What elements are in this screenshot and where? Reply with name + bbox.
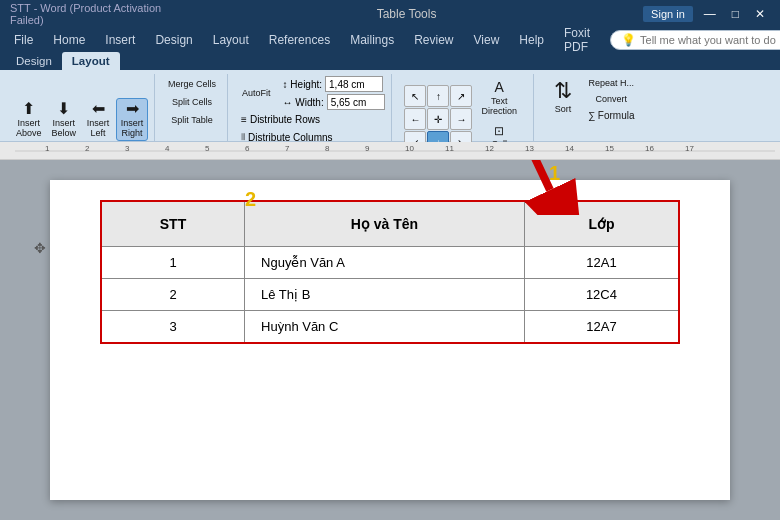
menu-references[interactable]: References bbox=[261, 31, 338, 49]
menu-file[interactable]: File bbox=[6, 31, 41, 49]
split-cells-button[interactable]: Split Cells bbox=[163, 94, 221, 110]
merge-cells-button[interactable]: Merge Cells bbox=[163, 76, 221, 92]
sort-button[interactable]: ⇅ Sort bbox=[544, 76, 582, 118]
insert-below-button[interactable]: ⬇ InsertBelow bbox=[48, 98, 81, 141]
text-direction-label: TextDirection bbox=[481, 96, 517, 116]
title-bar-center: Table Tools bbox=[170, 7, 643, 21]
height-label: ↕ Height: bbox=[283, 79, 322, 90]
width-label: ↔ Width: bbox=[283, 97, 324, 108]
doc-area: ✥ 1 2 STT Họ và Tên Lớp bbox=[0, 160, 780, 520]
ruler-number: 9 bbox=[365, 144, 369, 153]
cell-1-1: Lê Thị B bbox=[245, 279, 525, 311]
cell-1-2: 12C4 bbox=[524, 279, 679, 311]
menu-mailings[interactable]: Mailings bbox=[342, 31, 402, 49]
menu-help[interactable]: Help bbox=[511, 31, 552, 49]
merge-cells-label: Merge Cells bbox=[168, 79, 216, 89]
title-bar-right: Sign in — □ ✕ bbox=[643, 6, 770, 22]
title-bar-left: STT - Word (Product Activation Failed) bbox=[10, 2, 170, 26]
ruler-number: 5 bbox=[205, 144, 209, 153]
menu-bar: File Home Insert Design Layout Reference… bbox=[0, 28, 780, 52]
sort-icon: ⇅ bbox=[554, 80, 572, 102]
ruler-number: 11 bbox=[445, 144, 454, 153]
width-row: ↔ Width: bbox=[283, 94, 385, 110]
ruler-number: 17 bbox=[685, 144, 694, 153]
align-top-center[interactable]: ↑ bbox=[427, 85, 449, 107]
cell-2-1: Huỳnh Văn C bbox=[245, 311, 525, 344]
ruler-number: 2 bbox=[85, 144, 89, 153]
insert-above-icon: ⬆ bbox=[22, 101, 35, 117]
menu-view[interactable]: View bbox=[466, 31, 508, 49]
sign-in-button[interactable]: Sign in bbox=[643, 6, 693, 22]
header-hoten: Họ và Tên bbox=[245, 201, 525, 247]
convert-button[interactable]: Convert bbox=[585, 92, 638, 106]
insert-right-icon: ➡ bbox=[126, 101, 139, 117]
move-handle[interactable]: ✥ bbox=[34, 240, 46, 256]
window-maximize[interactable]: □ bbox=[727, 7, 744, 21]
menu-insert[interactable]: Insert bbox=[97, 31, 143, 49]
menu-layout[interactable]: Layout bbox=[205, 31, 257, 49]
repeat-header-button[interactable]: Repeat H... bbox=[585, 76, 638, 90]
header-lop: Lớp bbox=[524, 201, 679, 247]
distribute-rows-button[interactable]: ≡ Distribute Rows bbox=[236, 112, 337, 127]
lightbulb-icon: 💡 bbox=[621, 33, 636, 47]
align-mid-right[interactable]: → bbox=[450, 108, 472, 130]
tab-design[interactable]: Design bbox=[6, 52, 62, 70]
autofit-button[interactable]: AutoFit bbox=[236, 85, 277, 101]
ribbon-tabs: Design Layout bbox=[0, 52, 780, 70]
split-cells-label: Split Cells bbox=[172, 97, 212, 107]
formula-button[interactable]: ∑ Formula bbox=[585, 108, 638, 123]
ruler-number: 15 bbox=[605, 144, 614, 153]
insert-right-button[interactable]: ➡ InsertRight bbox=[116, 98, 148, 141]
cell-1-0: 2 bbox=[101, 279, 245, 311]
ruler-number: 7 bbox=[285, 144, 289, 153]
window-minimize[interactable]: — bbox=[699, 7, 721, 21]
distribute-rows-icon: ≡ bbox=[241, 114, 247, 125]
insert-left-button[interactable]: ⬅ InsertLeft bbox=[82, 98, 114, 141]
cell-0-0: 1 bbox=[101, 247, 245, 279]
cell-2-0: 3 bbox=[101, 311, 245, 344]
split-table-button[interactable]: Split Table bbox=[163, 112, 221, 128]
ruler-number: 13 bbox=[525, 144, 534, 153]
cell-0-1: Nguyễn Văn A bbox=[245, 247, 525, 279]
tell-me-box[interactable]: 💡 bbox=[610, 30, 780, 50]
formula-label: ∑ Formula bbox=[588, 110, 635, 121]
table-header-row: STT Họ và Tên Lớp bbox=[101, 201, 679, 247]
insert-left-icon: ⬅ bbox=[92, 101, 105, 117]
svg-line-2 bbox=[510, 160, 550, 190]
table-row: 3Huỳnh Văn C12A7 bbox=[101, 311, 679, 344]
window-close[interactable]: ✕ bbox=[750, 7, 770, 21]
ruler-number: 12 bbox=[485, 144, 494, 153]
align-mid-center[interactable]: ✛ bbox=[427, 108, 449, 130]
menu-review[interactable]: Review bbox=[406, 31, 461, 49]
insert-below-icon: ⬇ bbox=[57, 101, 70, 117]
height-row: ↕ Height: bbox=[283, 76, 385, 92]
text-direction-button[interactable]: A TextDirection bbox=[476, 76, 522, 119]
insert-above-button[interactable]: ⬆ InsertAbove bbox=[12, 98, 46, 141]
cell-margins-icon: ⊡ bbox=[494, 124, 504, 138]
tab-layout[interactable]: Layout bbox=[62, 52, 120, 70]
table-row: 1Nguyễn Văn A12A1 bbox=[101, 247, 679, 279]
header-stt: STT bbox=[101, 201, 245, 247]
doc-page: ✥ 1 2 STT Họ và Tên Lớp bbox=[50, 180, 730, 500]
repeat-header-label: Repeat H... bbox=[588, 78, 634, 88]
size-spinners: ↕ Height: ↔ Width: bbox=[283, 76, 385, 110]
ruler-number: 3 bbox=[125, 144, 129, 153]
data-table: STT Họ và Tên Lớp 1Nguyễn Văn A12A12Lê T… bbox=[100, 200, 680, 344]
ruler: // Inline SVG ruler marks 12345678910111… bbox=[0, 142, 780, 160]
align-top-right[interactable]: ↗ bbox=[450, 85, 472, 107]
distribute-cols-label: Distribute Columns bbox=[248, 132, 332, 143]
width-input[interactable] bbox=[327, 94, 385, 110]
distribute-group: ≡ Distribute Rows ⦀ Distribute Columns bbox=[236, 112, 337, 145]
ruler-number: 10 bbox=[405, 144, 414, 153]
table-body: 1Nguyễn Văn A12A12Lê Thị B12C43Huỳnh Văn… bbox=[101, 247, 679, 344]
ruler-number: 4 bbox=[165, 144, 169, 153]
ruler-number: 16 bbox=[645, 144, 654, 153]
menu-design[interactable]: Design bbox=[147, 31, 200, 49]
menu-home[interactable]: Home bbox=[45, 31, 93, 49]
ruler-inner: // Inline SVG ruler marks 12345678910111… bbox=[15, 142, 780, 159]
annotation-2: 2 bbox=[245, 188, 256, 211]
align-top-left[interactable]: ↖ bbox=[404, 85, 426, 107]
tell-me-input[interactable] bbox=[640, 34, 780, 46]
align-mid-left[interactable]: ← bbox=[404, 108, 426, 130]
height-input[interactable] bbox=[325, 76, 383, 92]
